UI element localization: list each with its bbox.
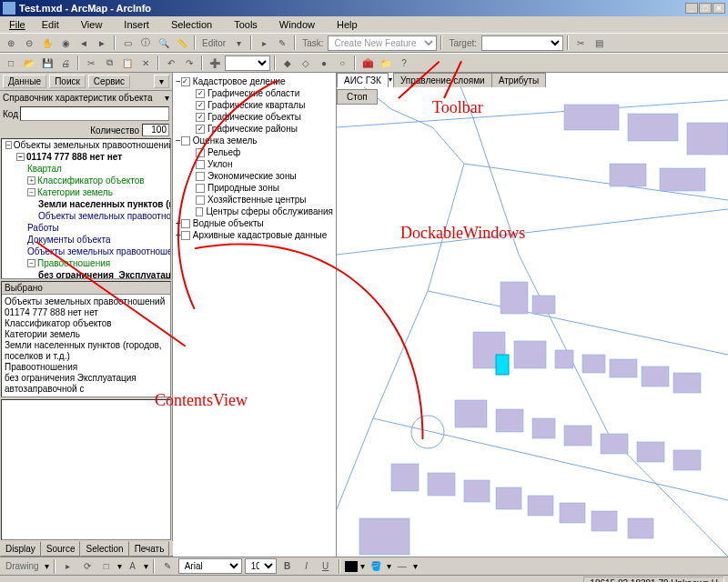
toc-item[interactable]: Квартал [27, 163, 62, 175]
search-button[interactable]: Поиск [49, 75, 86, 88]
map-view[interactable]: АИС ГЗК ▾ Управление слоями Атрибуты Сто… [337, 73, 728, 557]
zoomout-icon[interactable]: ⊖ [21, 35, 37, 51]
checkbox-icon[interactable] [196, 125, 205, 134]
size-select[interactable]: 10 [245, 558, 277, 574]
underline-icon[interactable]: U [318, 558, 334, 575]
toc-item[interactable]: Работы [27, 222, 59, 234]
tool1-icon[interactable]: ◆ [279, 55, 296, 71]
tree-item[interactable]: Уклон [207, 158, 232, 170]
shape-icon[interactable]: □ [98, 558, 115, 575]
bold-icon[interactable]: B [279, 558, 296, 575]
tree-item[interactable]: Хозяйственные центры [207, 194, 307, 206]
stop-button[interactable]: Стоп [337, 89, 378, 105]
menu-file[interactable]: File [4, 17, 31, 32]
full-extent-icon[interactable]: ◉ [57, 35, 74, 51]
tab-print[interactable]: Печать [129, 541, 170, 557]
checkbox-icon[interactable] [196, 113, 205, 122]
toc-item[interactable]: Правоотношения [37, 257, 110, 269]
tree-item[interactable]: Экономические зоны [207, 170, 297, 182]
tree-item[interactable]: Графические области [207, 87, 299, 99]
next-extent-icon[interactable]: ► [94, 35, 110, 51]
checkbox-icon[interactable] [196, 184, 205, 193]
tree-item[interactable]: Центры сферы обслуживания [206, 206, 333, 217]
fill-icon[interactable]: 🪣 [368, 558, 384, 575]
undo-icon[interactable]: ↶ [163, 55, 179, 71]
edit-tool-icon[interactable]: ▸ [256, 35, 272, 51]
font-select[interactable]: Arial [178, 558, 242, 574]
expander-icon[interactable]: − [5, 141, 12, 149]
drawing-label[interactable]: Drawing [3, 561, 42, 571]
checkbox-icon[interactable] [196, 89, 205, 98]
checkbox-icon[interactable] [181, 219, 190, 228]
copy-icon[interactable]: ⧉ [101, 55, 117, 71]
maximize-button[interactable]: □ [699, 3, 712, 14]
catalog-icon[interactable]: 📁 [378, 55, 394, 71]
checkbox-icon[interactable] [196, 196, 205, 205]
toc-item[interactable]: Объекты земельных правоотношений [38, 210, 171, 222]
color-icon[interactable] [345, 561, 358, 572]
save-icon[interactable]: 💾 [39, 55, 56, 71]
checkbox-icon[interactable] [196, 207, 203, 216]
attributes-icon[interactable]: ▤ [591, 35, 607, 51]
text-icon[interactable]: A [125, 558, 141, 575]
menu-tools[interactable]: Tools [223, 17, 268, 32]
tree-item[interactable]: Графические кварталы [207, 99, 305, 111]
cut2-icon[interactable]: ✂ [83, 55, 99, 71]
tab-attributes[interactable]: Атрибуты [491, 73, 546, 87]
tool4-icon[interactable]: ○ [334, 55, 350, 71]
chevron-down-icon[interactable]: ▾ [165, 93, 169, 103]
tab-layers[interactable]: Управление слоями [393, 73, 492, 87]
dropdown-icon[interactable]: ▾ [154, 75, 169, 88]
edit-icon[interactable]: ✎ [159, 558, 176, 575]
prev-extent-icon[interactable]: ◄ [76, 35, 92, 51]
checkbox-icon[interactable] [196, 101, 205, 110]
expander-icon[interactable]: − [27, 188, 35, 196]
tab-source[interactable]: Source [41, 541, 81, 557]
new-icon[interactable]: □ [3, 55, 19, 71]
expander-icon[interactable]: + [27, 176, 35, 185]
data-button[interactable]: Данные [3, 75, 46, 88]
find-icon[interactable]: 🔍 [156, 35, 172, 51]
identify-icon[interactable]: ⓘ [137, 35, 154, 51]
target-select[interactable] [481, 35, 563, 51]
expander-icon[interactable]: − [27, 259, 35, 267]
minimize-button[interactable]: _ [685, 3, 698, 14]
rotate-icon[interactable]: ⟳ [79, 558, 96, 575]
toc-item[interactable]: без ограничения [38, 269, 114, 279]
tree-root[interactable]: Кадастровое деление [193, 75, 286, 87]
toc-root[interactable]: Объекты земельных правоотношений [14, 139, 171, 151]
tab-ais[interactable]: АИС ГЗК [337, 73, 389, 87]
expander-icon[interactable]: − [16, 153, 25, 161]
toolbox-icon[interactable]: 🧰 [359, 55, 376, 71]
pointer-icon[interactable]: ▸ [60, 558, 76, 575]
paste-icon[interactable]: 📋 [119, 55, 136, 71]
redo-icon[interactable]: ↷ [181, 55, 197, 71]
toc-item[interactable]: Классификатор объектов [37, 175, 145, 186]
toc-item[interactable]: Объекты земельных правоотношений [27, 246, 171, 257]
toc-item[interactable]: Категории земель [37, 186, 113, 198]
line-icon[interactable]: — [394, 558, 410, 575]
italic-icon[interactable]: I [298, 558, 315, 575]
measure-icon[interactable]: 📏 [174, 35, 190, 51]
checkbox-icon[interactable] [181, 77, 190, 86]
open-icon[interactable]: 📂 [21, 55, 37, 71]
menu-insert[interactable]: Insert [113, 17, 160, 32]
tool3-icon[interactable]: ● [316, 55, 332, 71]
pan-icon[interactable]: ✋ [39, 35, 56, 51]
tree-item[interactable]: Графические районы [207, 123, 298, 135]
delete-icon[interactable]: ✕ [137, 55, 154, 71]
tree-item[interactable]: Водные объекты [193, 217, 264, 229]
checkbox-icon[interactable] [196, 160, 205, 169]
menu-selection[interactable]: Selection [160, 17, 223, 32]
tree-item[interactable]: Оценка земель [193, 135, 258, 146]
checkbox-icon[interactable] [196, 172, 205, 181]
zoomin-icon[interactable]: ⊕ [3, 35, 19, 51]
add-data-icon[interactable]: ➕ [207, 55, 223, 71]
checkbox-icon[interactable] [196, 148, 205, 157]
menu-view[interactable]: View [70, 17, 114, 32]
select-icon[interactable]: ▭ [119, 35, 136, 51]
scale-select[interactable] [225, 55, 270, 71]
tree-item[interactable]: Рельеф [207, 146, 240, 158]
tree-item[interactable]: Архивные кадастровые данные [193, 229, 327, 241]
toc-item[interactable]: Документы объекта [27, 234, 111, 246]
